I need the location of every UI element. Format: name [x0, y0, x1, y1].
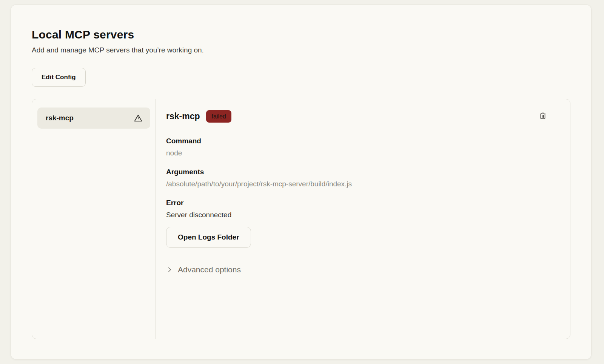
server-list-sidebar: rsk-mcp — [32, 99, 156, 339]
server-item-label: rsk-mcp — [46, 114, 74, 122]
field-arguments-label: Arguments — [166, 168, 549, 176]
edit-config-button[interactable]: Edit Config — [32, 68, 86, 87]
page-subtitle: Add and manage MCP servers that you’re w… — [32, 46, 570, 54]
field-error-label: Error — [166, 199, 549, 207]
delete-server-button[interactable] — [537, 110, 549, 123]
status-badge: failed — [206, 110, 231, 123]
trash-icon — [538, 111, 547, 120]
page-title: Local MCP servers — [32, 28, 570, 41]
field-error-value: Server disconnected — [166, 211, 549, 219]
field-command: Command node — [166, 137, 549, 157]
server-detail: rsk-mcp failed Command — [156, 99, 570, 339]
server-panel: rsk-mcp rsk-mcp failed — [32, 99, 570, 339]
advanced-options-toggle[interactable]: Advanced options — [166, 265, 549, 274]
field-command-value: node — [166, 149, 549, 157]
field-error: Error Server disconnected — [166, 199, 549, 219]
local-mcp-servers-card: Local MCP servers Add and manage MCP ser… — [11, 5, 592, 359]
open-logs-folder-button[interactable]: Open Logs Folder — [166, 227, 251, 248]
advanced-options-label: Advanced options — [178, 265, 241, 274]
field-arguments: Arguments /absolute/path/to/your/project… — [166, 168, 549, 188]
chevron-right-icon — [166, 266, 173, 273]
server-name: rsk-mcp — [166, 111, 200, 121]
warning-icon — [133, 113, 143, 123]
field-arguments-value: /absolute/path/to/your/project/rsk-mcp-s… — [166, 180, 549, 188]
field-command-label: Command — [166, 137, 549, 145]
server-detail-header: rsk-mcp failed — [166, 110, 549, 123]
server-list-item-rsk-mcp[interactable]: rsk-mcp — [37, 108, 150, 129]
